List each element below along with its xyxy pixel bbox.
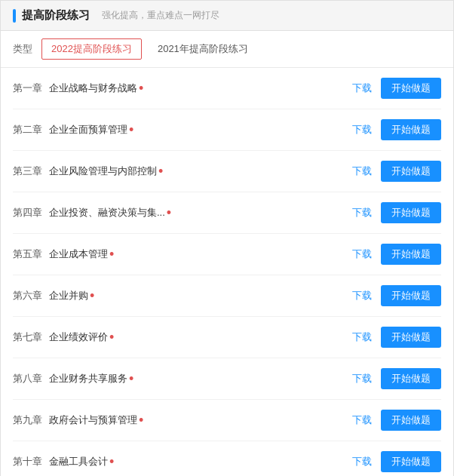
chapter-name: 企业战略与财务战略•: [49, 81, 143, 96]
start-button[interactable]: 开始做题: [381, 244, 441, 265]
download-button[interactable]: 下载: [352, 289, 372, 302]
chapter-right: 下载 开始做题: [352, 119, 441, 140]
dot-icon: •: [109, 330, 114, 345]
table-row: 第一章 企业战略与财务战略• 下载 开始做题: [13, 68, 441, 109]
chapter-num: 第二章: [13, 123, 49, 137]
table-row: 第六章 企业并购• 下载 开始做题: [13, 275, 441, 317]
dot-icon: •: [109, 454, 114, 469]
chapter-right: 下载 开始做题: [352, 78, 441, 99]
main-container: 提高阶段练习 强化提高，重点难点一网打尽 类型 2022提高阶段练习 2021年…: [0, 0, 454, 476]
start-button[interactable]: 开始做题: [381, 451, 441, 472]
chapter-right: 下载 开始做题: [352, 327, 441, 348]
chapter-left: 第一章 企业战略与财务战略•: [13, 81, 352, 96]
chapter-num: 第七章: [13, 330, 49, 344]
chapter-name: 金融工具会计•: [49, 455, 114, 469]
header-title-bar: 提高阶段练习 强化提高，重点难点一网打尽: [13, 8, 219, 23]
tab-2022[interactable]: 2022提高阶段练习: [41, 38, 142, 60]
chapter-left: 第八章 企业财务共享服务•: [13, 372, 352, 386]
tab-label: 类型: [13, 42, 32, 56]
chapter-num: 第九章: [13, 413, 49, 427]
dot-icon: •: [90, 288, 94, 303]
chapter-num: 第六章: [13, 289, 49, 302]
chapter-left: 第九章 政府会计与预算管理•: [13, 413, 352, 428]
chapter-name: 企业并购•: [49, 289, 94, 303]
download-button[interactable]: 下载: [352, 81, 372, 95]
chapter-right: 下载 开始做题: [352, 285, 441, 306]
chapter-name: 企业成本管理•: [49, 247, 114, 262]
chapter-left: 第六章 企业并购•: [13, 289, 352, 303]
chapter-num: 第八章: [13, 372, 49, 385]
chapter-num: 第十章: [13, 455, 49, 468]
page-title: 提高阶段练习: [22, 8, 90, 23]
chapter-name: 企业全面预算管理•: [49, 123, 133, 137]
start-button[interactable]: 开始做题: [381, 161, 441, 182]
table-row: 第七章 企业绩效评价• 下载 开始做题: [13, 317, 441, 358]
chapter-name: 企业风险管理与内部控制•: [49, 164, 163, 179]
chapter-num: 第五章: [13, 247, 49, 261]
start-button[interactable]: 开始做题: [381, 285, 441, 306]
dot-icon: •: [129, 371, 133, 386]
start-button[interactable]: 开始做题: [381, 368, 441, 389]
dot-icon: •: [109, 247, 114, 262]
chapter-left: 第五章 企业成本管理•: [13, 247, 352, 262]
header-bar: 提高阶段练习 强化提高，重点难点一网打尽: [1, 1, 453, 31]
table-row: 第十章 金融工具会计• 下载 开始做题: [13, 441, 441, 476]
start-button[interactable]: 开始做题: [381, 327, 441, 348]
chapter-num: 第四章: [13, 206, 49, 220]
download-button[interactable]: 下载: [352, 330, 372, 344]
chapter-list: 第一章 企业战略与财务战略• 下载 开始做题 第二章 企业全面预算管理• 下载 …: [1, 68, 453, 476]
dot-icon: •: [139, 413, 143, 428]
chapter-name: 企业绩效评价•: [49, 330, 114, 345]
download-button[interactable]: 下载: [352, 164, 372, 178]
chapter-right: 下载 开始做题: [352, 202, 441, 223]
download-button[interactable]: 下载: [352, 413, 372, 427]
tabs-row: 类型 2022提高阶段练习 2021年提高阶段练习: [1, 31, 453, 68]
chapter-left: 第三章 企业风险管理与内部控制•: [13, 164, 352, 179]
download-button[interactable]: 下载: [352, 247, 372, 261]
table-row: 第九章 政府会计与预算管理• 下载 开始做题: [13, 400, 441, 441]
start-button[interactable]: 开始做题: [381, 78, 441, 99]
chapter-left: 第七章 企业绩效评价•: [13, 330, 352, 345]
dot-icon: •: [129, 122, 133, 137]
dot-icon: •: [139, 81, 143, 96]
chapter-left: 第十章 金融工具会计•: [13, 455, 352, 469]
table-row: 第八章 企业财务共享服务• 下载 开始做题: [13, 358, 441, 400]
chapter-name: 政府会计与预算管理•: [49, 413, 143, 428]
download-button[interactable]: 下载: [352, 206, 372, 220]
chapter-name: 企业财务共享服务•: [49, 372, 133, 386]
chapter-right: 下载 开始做题: [352, 161, 441, 182]
chapter-num: 第三章: [13, 164, 49, 178]
table-row: 第四章 企业投资、融资决策与集...• 下载 开始做题: [13, 192, 441, 234]
dot-icon: •: [167, 205, 171, 220]
chapter-num: 第一章: [13, 81, 49, 95]
chapter-name: 企业投资、融资决策与集...•: [49, 206, 171, 220]
header-accent-bar: [13, 9, 16, 23]
download-button[interactable]: 下载: [352, 455, 372, 468]
download-button[interactable]: 下载: [352, 372, 372, 385]
table-row: 第三章 企业风险管理与内部控制• 下载 开始做题: [13, 151, 441, 192]
chapter-right: 下载 开始做题: [352, 410, 441, 431]
chapter-right: 下载 开始做题: [352, 451, 441, 472]
page-subtitle: 强化提高，重点难点一网打尽: [102, 9, 219, 22]
start-button[interactable]: 开始做题: [381, 202, 441, 223]
chapter-left: 第四章 企业投资、融资决策与集...•: [13, 206, 352, 220]
dot-icon: •: [158, 164, 163, 179]
chapter-right: 下载 开始做题: [352, 244, 441, 265]
start-button[interactable]: 开始做题: [381, 119, 441, 140]
chapter-left: 第二章 企业全面预算管理•: [13, 123, 352, 137]
table-row: 第二章 企业全面预算管理• 下载 开始做题: [13, 109, 441, 151]
table-row: 第五章 企业成本管理• 下载 开始做题: [13, 234, 441, 275]
download-button[interactable]: 下载: [352, 123, 372, 137]
tab-2021[interactable]: 2021年提高阶段练习: [148, 38, 258, 60]
chapter-right: 下载 开始做题: [352, 368, 441, 389]
start-button[interactable]: 开始做题: [381, 410, 441, 431]
